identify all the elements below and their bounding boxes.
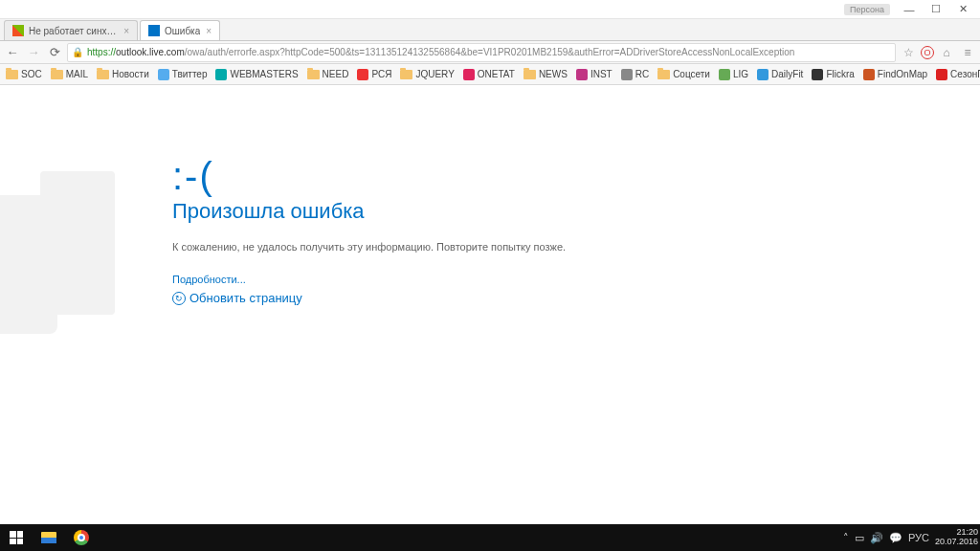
bookmark-item[interactable]: ONETAT [463, 69, 515, 80]
site-icon [463, 69, 475, 80]
system-tray: ˄ ▭ 🔊 💬 РУС 21:20 20.07.2016 [843, 524, 980, 551]
menu-icon[interactable]: ≡ [959, 44, 976, 61]
favicon-icon [12, 25, 24, 36]
address-bar[interactable]: 🔒 https://outlook.live.com/owa/auth/erro… [67, 43, 896, 62]
refresh-page-link[interactable]: ↻ Обновить страницу [172, 291, 566, 305]
bookmark-label: LIG [733, 69, 748, 79]
bookmark-item[interactable]: INST [576, 69, 612, 80]
folder-icon [6, 70, 18, 79]
toolbar: ← → ⟳ 🔒 https://outlook.live.com/owa/aut… [0, 41, 980, 64]
tab-close-icon[interactable]: × [206, 26, 212, 36]
reload-button[interactable]: ⟳ [46, 44, 63, 61]
tab-label: Не работает синхрониз… [29, 26, 118, 36]
sad-face-icon: :-( [172, 157, 566, 195]
folder-icon [307, 70, 320, 79]
folder-icon [97, 70, 109, 79]
file-explorer-icon [41, 532, 56, 543]
tab-close-icon[interactable]: × [123, 26, 129, 36]
extensions-icon[interactable]: ⌂ [938, 44, 955, 61]
bookmark-label: JQUERY [415, 69, 454, 79]
bookmark-item[interactable]: NEWS [523, 69, 568, 79]
bookmark-item[interactable]: Новости [97, 69, 149, 79]
minimize-button[interactable]: — [896, 1, 923, 18]
bookmark-label: RC [635, 69, 649, 79]
star-icon[interactable]: ☆ [900, 44, 917, 61]
site-icon [621, 69, 633, 80]
clock-date: 20.07.2016 [935, 538, 978, 547]
bookmark-item[interactable]: MAIL [51, 69, 88, 79]
taskbar-app-explorer[interactable] [33, 524, 65, 551]
bookmark-label: Flickra [826, 69, 854, 79]
bookmark-item[interactable]: LIG [719, 69, 748, 80]
site-icon [576, 69, 588, 80]
notifications-icon[interactable]: 💬 [889, 532, 902, 544]
bookmark-label: СезонПродукт [950, 69, 980, 79]
opera-icon[interactable]: O [921, 46, 934, 59]
page-content: :-( Произошла ошибка К сожалению, не уда… [0, 85, 980, 524]
tray-chevron-icon[interactable]: ˄ [843, 532, 849, 544]
error-message: К сожалению, не удалось получить эту инф… [172, 241, 566, 253]
svg-rect-1 [0, 195, 57, 334]
site-icon [158, 69, 169, 80]
site-icon [936, 69, 947, 80]
bookmark-item[interactable]: JQUERY [400, 69, 454, 79]
outlook-watermark-icon [0, 143, 124, 391]
close-button[interactable]: ✕ [949, 1, 976, 18]
bookmarks-bar: SOCMAILНовостиТвиттерWEBMASTERSNEEDРСЯJQ… [0, 64, 980, 85]
site-icon [357, 69, 368, 80]
bookmark-label: Соцсети [673, 69, 710, 79]
windows-logo-icon [10, 531, 23, 544]
bookmark-label: FindOnMap [878, 69, 927, 79]
tab-strip: Не работает синхрониз… × Ошибка × [0, 19, 980, 41]
maximize-button[interactable]: ☐ [923, 1, 949, 18]
bookmark-item[interactable]: Соцсети [657, 69, 710, 79]
bookmark-item[interactable]: Твиттер [158, 69, 208, 80]
bookmark-item[interactable]: FindOnMap [863, 69, 927, 80]
site-icon [757, 69, 768, 80]
folder-icon [51, 70, 63, 79]
start-button[interactable] [0, 524, 33, 551]
forward-button[interactable]: → [25, 44, 42, 61]
chrome-icon [74, 530, 89, 545]
bookmark-item[interactable]: РСЯ [357, 69, 391, 80]
url-protocol: https:// [87, 47, 116, 57]
bookmark-item[interactable]: WEBMASTERS [215, 69, 298, 80]
refresh-label: Обновить страницу [189, 291, 302, 305]
bookmark-label: Твиттер [172, 69, 208, 79]
network-icon[interactable]: ▭ [855, 532, 864, 544]
site-icon [719, 69, 730, 80]
bookmark-label: MAIL [66, 69, 88, 79]
error-block: :-( Произошла ошибка К сожалению, не уда… [172, 157, 566, 305]
back-button[interactable]: ← [4, 44, 21, 61]
bookmark-item[interactable]: DailyFit [757, 69, 803, 80]
site-icon [215, 69, 227, 80]
favicon-icon [148, 25, 160, 36]
bookmark-item[interactable]: RC [621, 69, 649, 80]
browser-tab[interactable]: Не работает синхрониз… × [4, 20, 138, 40]
bookmark-item[interactable]: SOC [6, 69, 42, 79]
lock-icon: 🔒 [72, 47, 83, 57]
bookmark-item[interactable]: СезонПродукт [936, 69, 980, 80]
taskbar-app-chrome[interactable] [65, 524, 98, 551]
bookmark-label: NEWS [539, 69, 568, 79]
error-details-link[interactable]: Подробности... [172, 274, 566, 285]
bookmark-item[interactable]: Flickra [812, 69, 854, 80]
bookmark-label: РСЯ [371, 69, 391, 79]
error-title: Произошла ошибка [172, 199, 566, 224]
folder-icon [657, 70, 670, 79]
browser-tab[interactable]: Ошибка × [140, 20, 220, 40]
bookmark-label: DailyFit [771, 69, 803, 79]
input-language[interactable]: РУС [908, 532, 929, 543]
bookmark-label: WEBMASTERS [230, 69, 298, 79]
volume-icon[interactable]: 🔊 [870, 532, 883, 544]
bookmark-label: INST [590, 69, 612, 79]
bookmark-label: Новости [112, 69, 149, 79]
profile-chip[interactable]: Персона [844, 4, 890, 15]
site-icon [812, 69, 823, 80]
url-path: /owa/auth/errorfe.aspx?httpCode=500&ts=1… [185, 47, 795, 57]
taskbar: ˄ ▭ 🔊 💬 РУС 21:20 20.07.2016 [0, 524, 980, 551]
folder-icon [523, 70, 536, 79]
clock[interactable]: 21:20 20.07.2016 [935, 528, 978, 547]
bookmark-label: NEED [323, 69, 349, 79]
bookmark-item[interactable]: NEED [307, 69, 349, 79]
